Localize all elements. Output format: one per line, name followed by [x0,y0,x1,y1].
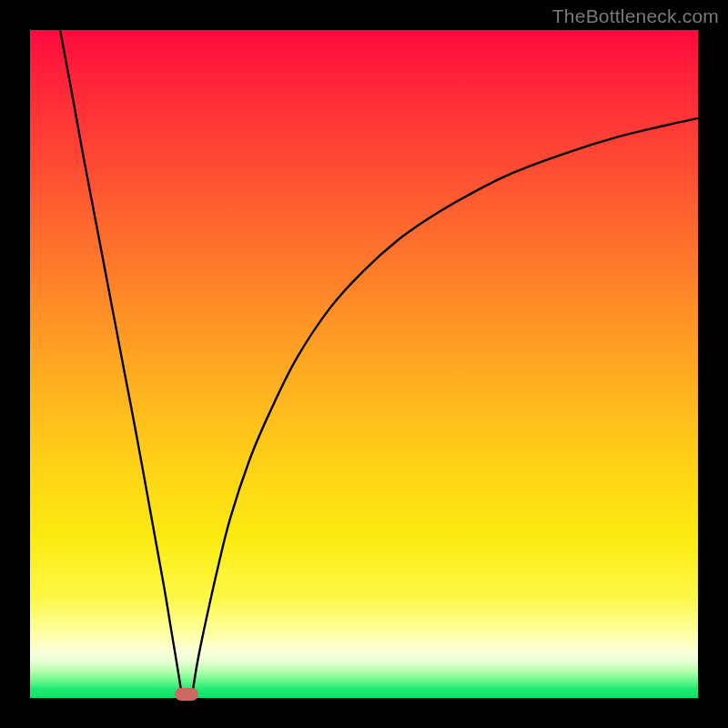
curve-svg [30,30,698,698]
curve-left-branch [60,30,182,698]
chart-plot-area [30,30,698,698]
curve-right-branch [192,118,698,698]
watermark-text: TheBottleneck.com [552,5,719,27]
chart-stage: TheBottleneck.com [0,0,728,728]
bottleneck-marker [175,688,198,701]
